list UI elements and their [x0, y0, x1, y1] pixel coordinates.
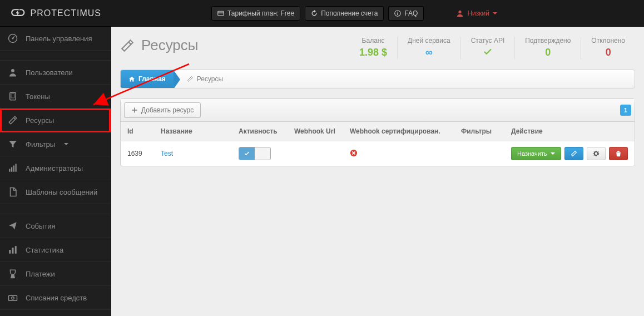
th-active: Активность: [232, 122, 288, 141]
breadcrumb: Главная Ресурсы: [120, 70, 635, 88]
stat-value: ∞: [408, 47, 450, 58]
sidebar-label: Фильтры: [26, 140, 55, 149]
sidebar-item-tokens[interactable]: Токены: [0, 85, 111, 108]
sidebar-label: Платежи: [26, 270, 55, 278]
sidebar-label: Шаблоны сообщений: [26, 188, 97, 196]
resources-panel: Добавить ресурс 1 Id Название Активность…: [120, 98, 635, 166]
refresh-icon: [311, 10, 318, 17]
filter-icon: [8, 139, 18, 149]
svg-point-8: [11, 69, 14, 72]
th-action: Действие: [504, 122, 635, 141]
breadcrumb-current-label: Ресурсы: [197, 75, 223, 83]
toggle-off: [255, 147, 270, 160]
edit-icon: [120, 38, 135, 53]
svg-rect-14: [16, 164, 17, 172]
stat-rejected: Отклонено 0: [581, 37, 635, 60]
svg-point-19: [12, 297, 14, 300]
svg-rect-15: [9, 250, 11, 254]
svg-rect-13: [13, 166, 14, 172]
content: Ресурсы Баланс 1.98 $ Дней сервиса ∞ Ста…: [111, 27, 644, 316]
users-icon: [8, 67, 18, 77]
sidebar-item-resources[interactable]: Ресурсы: [0, 108, 111, 132]
cell-cert: [343, 141, 454, 166]
tariff-label: Тарифный план: Free: [227, 9, 294, 17]
sidebar-item-writeoffs[interactable]: Списания средств: [0, 286, 111, 310]
stats-bar: Баланс 1.98 $ Дней сервиса ∞ Статус API …: [349, 37, 635, 60]
sidebar-item-users[interactable]: Пользователи: [0, 61, 111, 85]
caret-down-icon: [493, 12, 497, 14]
faq-button[interactable]: FAQ: [388, 6, 424, 21]
protectimus-logo-icon: [10, 7, 26, 20]
events-icon: [8, 221, 18, 231]
stat-label: Отклонено: [591, 37, 625, 45]
plus-icon: [131, 107, 138, 113]
th-id: Id: [121, 122, 154, 141]
sidebar-item-stats[interactable]: Статистика: [0, 238, 111, 262]
brand-text: PROTECTIMUS: [31, 8, 101, 18]
sidebar-separator: [0, 204, 111, 214]
th-filters: Фильтры: [454, 122, 504, 141]
stat-label: Баланс: [359, 37, 387, 45]
topbar-right: Тарифный план: Free Пополнение счета FAQ…: [111, 6, 644, 21]
brand-logo[interactable]: PROTECTIMUS: [0, 7, 111, 20]
activity-toggle[interactable]: [239, 147, 271, 160]
edit-icon: [187, 76, 194, 82]
sidebar-label: Администраторы: [26, 164, 83, 172]
sidebar-label: События: [26, 222, 56, 230]
sidebar-item-admins[interactable]: Администраторы: [0, 156, 111, 180]
tariff-button[interactable]: Тарифный план: Free: [211, 6, 300, 21]
cell-filters: [454, 141, 504, 166]
toggle-on: [239, 147, 255, 160]
stats-icon: [8, 245, 18, 255]
sidebar-item-filters[interactable]: Фильтры: [0, 132, 111, 156]
info-icon: [394, 10, 401, 17]
stat-days: Дней сервиса ∞: [397, 37, 460, 60]
trophy-icon: [8, 269, 18, 279]
breadcrumb-current[interactable]: Ресурсы: [174, 70, 231, 88]
breadcrumb-home[interactable]: Главная: [121, 70, 174, 88]
delete-button[interactable]: [609, 147, 628, 160]
svg-rect-16: [12, 248, 14, 254]
svg-rect-18: [9, 295, 17, 300]
svg-rect-10: [11, 94, 14, 98]
add-resource-label: Добавить ресурс: [141, 106, 194, 114]
user-icon: [456, 9, 464, 17]
sidebar-label: Токены: [26, 92, 50, 101]
user-menu[interactable]: Низкий: [456, 9, 497, 17]
sidebar-item-payments[interactable]: Платежи: [0, 262, 111, 286]
breadcrumb-home-label: Главная: [138, 75, 166, 83]
sidebar-separator: [0, 51, 111, 61]
cell-active: [232, 141, 288, 166]
stat-label: Подтверждено: [525, 37, 571, 45]
svg-rect-11: [9, 169, 10, 172]
sidebar-item-templates[interactable]: Шаблоны сообщений: [0, 180, 111, 204]
user-label: Низкий: [467, 9, 489, 17]
topup-label: Пополнение счета: [321, 9, 378, 17]
table-row: 1639 Test: [121, 141, 635, 166]
topup-button[interactable]: Пополнение счета: [305, 6, 384, 21]
sidebar-item-dashboard[interactable]: Панель управления: [0, 27, 111, 51]
edit-icon: [571, 150, 577, 157]
settings-button[interactable]: [587, 147, 606, 160]
resource-link[interactable]: Test: [161, 150, 173, 157]
page-title: Ресурсы: [120, 37, 199, 54]
sidebar-item-events[interactable]: События: [0, 214, 111, 238]
svg-point-5: [459, 10, 462, 13]
assign-label: Назначить: [517, 150, 547, 157]
page-header: Ресурсы Баланс 1.98 $ Дней сервиса ∞ Ста…: [120, 37, 635, 60]
page-number-badge[interactable]: 1: [620, 105, 631, 116]
check-icon: [471, 47, 505, 60]
resources-icon: [8, 115, 18, 125]
tokens-icon: [8, 91, 18, 101]
assign-button[interactable]: Назначить: [511, 147, 561, 160]
cell-name: Test: [154, 141, 232, 166]
resources-table: Id Название Активность Webhook Url Webho…: [121, 122, 635, 166]
row-actions: [564, 147, 628, 160]
cert-no-icon: [350, 150, 358, 159]
add-resource-button[interactable]: Добавить ресурс: [124, 102, 201, 118]
edit-button[interactable]: [564, 147, 583, 160]
th-webhook: Webhook Url: [288, 122, 343, 141]
sidebar: Панель управления Пользователи Токены Ре…: [0, 27, 111, 316]
topbar: PROTECTIMUS Тарифный план: Free Пополнен…: [0, 0, 644, 27]
stat-label: Статус API: [471, 37, 505, 45]
